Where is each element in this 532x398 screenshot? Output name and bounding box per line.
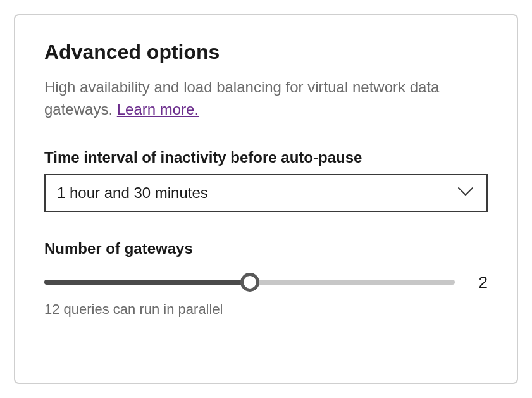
time-interval-select[interactable]: 1 hour and 30 minutes xyxy=(44,174,488,212)
time-interval-selected-value: 1 hour and 30 minutes xyxy=(44,174,488,212)
gateways-slider-row: 2 xyxy=(44,273,488,292)
slider-thumb[interactable] xyxy=(240,273,259,292)
panel-description-text: High availability and load balancing for… xyxy=(44,78,439,118)
panel-description: High availability and load balancing for… xyxy=(44,77,488,121)
slider-fill xyxy=(44,280,250,285)
gateways-caption: 12 queries can run in parallel xyxy=(44,301,488,318)
panel-title: Advanced options xyxy=(44,40,488,64)
gateways-value: 2 xyxy=(473,273,488,292)
learn-more-link[interactable]: Learn more. xyxy=(117,101,199,118)
gateways-label: Number of gateways xyxy=(44,240,488,258)
time-interval-label: Time interval of inactivity before auto-… xyxy=(44,149,488,166)
gateways-slider[interactable] xyxy=(44,273,455,292)
advanced-options-panel: Advanced options High availability and l… xyxy=(14,14,518,384)
